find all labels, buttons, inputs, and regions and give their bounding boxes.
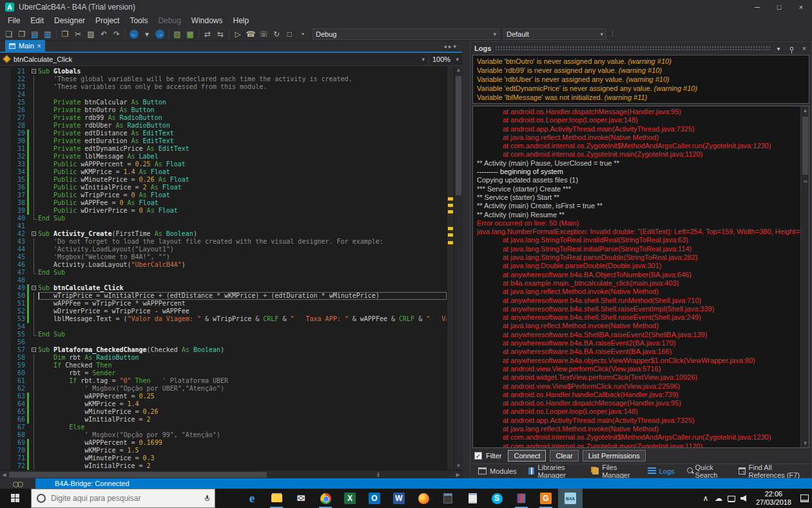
breakpoint-margin[interactable] — [0, 431, 12, 439]
restore-button[interactable]: □ — [768, 0, 790, 14]
code-editor[interactable]: 21-Sub Globals22 'These global variables… — [0, 66, 447, 470]
breakpoint-margin[interactable] — [0, 99, 12, 106]
taskbar-app-task-view[interactable] — [215, 489, 240, 508]
code-line-35[interactable]: 35 Public wMinutePrice = 0.26 As Float — [0, 176, 447, 184]
breakpoint-margin[interactable] — [0, 338, 12, 346]
code-line-70[interactable]: 70 wKMPrice = 1.5 — [0, 447, 447, 454]
fold-margin[interactable] — [30, 75, 38, 83]
breakpoint-margin[interactable] — [0, 447, 12, 454]
minimize-button[interactable]: ─ — [746, 0, 768, 14]
warning-mark[interactable] — [448, 204, 453, 207]
taskbar-app-firefox[interactable] — [411, 489, 436, 508]
breakpoint-margin[interactable] — [0, 284, 12, 292]
build-config-dropdown[interactable]: Debug▾ — [313, 28, 499, 40]
navigate-back-icon[interactable]: ← — [128, 28, 140, 40]
fold-margin[interactable] — [30, 184, 38, 191]
breakpoint-margin[interactable] — [0, 369, 12, 377]
splitter-grip[interactable]: ‖ — [377, 472, 380, 478]
scroll-down-arrow[interactable]: ▼ — [454, 462, 462, 470]
scrollbar-thumb[interactable] — [9, 472, 267, 478]
fold-margin[interactable] — [30, 222, 38, 230]
chevron-down-icon[interactable]: ▾ — [774, 45, 783, 52]
fold-margin[interactable] — [30, 153, 38, 161]
next-sub-icon[interactable]: ⇆ — [214, 28, 227, 40]
pin-icon[interactable] — [787, 47, 796, 50]
code-line-40[interactable]: 40End Sub — [0, 215, 447, 222]
navigate-forward-icon[interactable]: → — [153, 28, 166, 40]
breakpoint-margin[interactable] — [0, 199, 12, 207]
fold-margin[interactable] — [30, 439, 38, 447]
scroll-left-arrow[interactable]: ◀ — [0, 471, 8, 479]
editor-horizontal-scrollbar[interactable]: ◀ ‖ ▶ — [0, 470, 462, 478]
fold-margin[interactable] — [30, 416, 38, 424]
code-line-45[interactable]: 45 'Msgbox("Welcome to B4A!", "") — [0, 253, 447, 261]
breakpoint-margin[interactable] — [0, 153, 12, 161]
fold-margin[interactable] — [30, 207, 38, 215]
warning-line[interactable]: Variable 'btnOutro' is never assigned an… — [477, 57, 805, 66]
fold-margin[interactable] — [30, 215, 38, 222]
fold-margin[interactable] — [30, 331, 38, 338]
code-line-53[interactable]: 53 lblMessage.Text = ("Valor da Viagem: … — [0, 315, 447, 323]
volume-icon[interactable] — [738, 495, 751, 502]
breakpoint-margin[interactable] — [0, 137, 12, 145]
breakpoint-margin[interactable] — [0, 130, 12, 137]
breakpoint-margin[interactable] — [0, 454, 12, 462]
fold-margin[interactable] — [30, 385, 38, 393]
code-line-64[interactable]: 64 wKMPrice = 1.4 — [0, 400, 447, 408]
fold-margin[interactable] — [30, 238, 38, 246]
code-line-39[interactable]: 39 Public wDriverPrice = 0 As Float — [0, 207, 447, 215]
fold-margin[interactable] — [30, 369, 38, 377]
clear-button[interactable]: Clear — [550, 450, 578, 462]
code-line-48[interactable]: 48 — [0, 277, 447, 284]
fold-margin[interactable] — [30, 393, 38, 400]
fold-margin[interactable] — [30, 400, 38, 408]
breakpoint-margin[interactable] — [0, 83, 12, 91]
copy-icon[interactable]: ❐ — [59, 28, 72, 40]
code-line-61[interactable]: 61 If rbt.tag = "0" Then ' Plataforma UB… — [0, 377, 447, 385]
scrollbar-thumb[interactable] — [802, 117, 808, 175]
code-line-56[interactable]: 56 — [0, 338, 447, 346]
search-input[interactable] — [51, 494, 200, 503]
breakpoint-margin[interactable] — [0, 106, 12, 114]
code-line-21[interactable]: 21-Sub Globals — [0, 68, 447, 75]
breakpoint-margin[interactable] — [0, 269, 12, 277]
tab-files-manager[interactable]: Files Manager — [587, 462, 641, 480]
code-line-36[interactable]: 36 Public wInitialPrice = 2 As Float — [0, 184, 447, 191]
warning-mark[interactable] — [448, 227, 453, 230]
fold-margin[interactable] — [30, 354, 38, 362]
fold-collapse-icon[interactable]: - — [32, 286, 36, 290]
fold-margin[interactable] — [30, 277, 38, 284]
compiler-warnings-list[interactable]: Variable 'btnOutro' is never assigned an… — [472, 55, 809, 104]
code-line-28[interactable]: 28 Private rdbUber As RadioButton — [0, 122, 447, 130]
breakpoint-margin[interactable] — [0, 122, 12, 130]
list-permissions-button[interactable]: List Permissions — [583, 450, 646, 462]
code-line-49[interactable]: 49-Sub btnCalculate_Click — [0, 284, 447, 292]
code-line-63[interactable]: 63 wAPPPercent = 0.25 — [0, 393, 447, 400]
new-file-icon[interactable]: ❑ — [3, 28, 15, 40]
taskbar-app-winrar[interactable] — [509, 489, 534, 508]
menu-item-project[interactable]: Project — [90, 15, 124, 26]
breakpoint-margin[interactable] — [0, 315, 12, 323]
fold-margin[interactable] — [30, 106, 38, 114]
menu-item-tools[interactable]: Tools — [124, 15, 153, 26]
breakpoint-margin[interactable] — [0, 362, 12, 369]
code-line-68[interactable]: 68 ' Msgbox("Opção por 99", "Atenção") — [0, 431, 447, 439]
paste-icon[interactable]: ▨ — [84, 28, 97, 40]
breakpoint-margin[interactable] — [0, 207, 12, 215]
toolbar-overflow-grip[interactable]: ⁞ — [612, 30, 614, 37]
profile-dropdown[interactable]: Default▾ — [503, 28, 606, 40]
code-line-22[interactable]: 22 'These global variables will be redec… — [0, 75, 447, 83]
back-history-caret[interactable]: ▾ — [140, 28, 153, 40]
menu-item-help[interactable]: Help — [228, 15, 255, 26]
open-project-icon[interactable]: ❒ — [15, 28, 28, 40]
code-line-47[interactable]: 47End Sub — [0, 269, 447, 277]
action-center-icon[interactable] — [797, 494, 812, 502]
tab-logs[interactable]: Logs — [643, 466, 680, 476]
fold-margin[interactable] — [30, 424, 38, 431]
taskbar-app-calculator[interactable] — [436, 489, 460, 508]
taskbar-app-word[interactable]: W — [387, 489, 411, 508]
code-line-51[interactable]: 51 wAPPFee = wTripPrice * wAPPPercent — [0, 300, 447, 308]
network-icon[interactable] — [725, 496, 738, 502]
code-line-62[interactable]: 62 ' Msgbox("Opção por UBER","Atenção") — [0, 385, 447, 393]
fold-margin[interactable] — [30, 261, 38, 269]
